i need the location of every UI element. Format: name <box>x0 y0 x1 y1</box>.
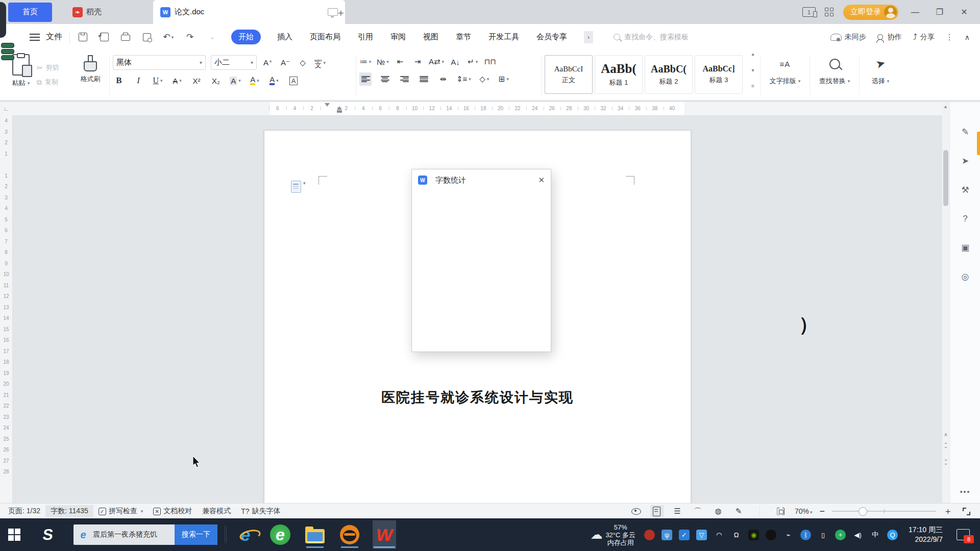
first-line-indent-marker[interactable] <box>325 103 330 107</box>
font-size-select[interactable]: 小二▾ <box>211 55 257 70</box>
missing-font-button[interactable]: T? 缺失字体 <box>236 505 285 517</box>
quick-access-more-icon[interactable]: ⌄ <box>207 32 218 43</box>
increase-indent-button[interactable]: ⇥ <box>411 55 424 68</box>
align-center-button[interactable] <box>379 72 391 86</box>
sidebar-more-icon[interactable]: ••• <box>950 488 980 496</box>
next-page-button[interactable]: ⌄ ⌄ <box>944 457 948 465</box>
read-mode-icon[interactable]: ⌒ <box>691 505 704 517</box>
ribbon-tab[interactable]: 引用 <box>357 30 374 44</box>
taskbar-search-box[interactable]: e 震后第一夜杀猪充饥 搜索一下 <box>74 524 217 545</box>
help-icon[interactable]: ? <box>963 214 967 224</box>
font-family-select[interactable]: 黑体▾ <box>113 55 206 70</box>
tray-nvidia-icon[interactable]: ◉ <box>748 530 759 540</box>
tray-safety-icon[interactable]: ＋ <box>835 530 846 540</box>
sync-status[interactable]: 未同步 <box>830 33 866 42</box>
save-icon[interactable] <box>77 32 88 43</box>
notification-center-icon[interactable]: 8 <box>957 529 970 540</box>
tray-shield-check-icon[interactable]: ✓ <box>679 530 690 540</box>
format-painter-button[interactable]: 格式刷 <box>75 50 106 100</box>
left-indent-marker[interactable] <box>337 110 342 113</box>
tray-wifi-icon[interactable]: ◠ <box>714 530 724 540</box>
ribbon-tab[interactable]: 开始 <box>231 30 261 44</box>
style-cell[interactable]: AaBbCcI 正文 <box>545 55 593 94</box>
page-view-icon[interactable] <box>650 505 664 517</box>
taskbar-search-button[interactable]: 搜索一下 <box>175 524 217 545</box>
wrap-mark-button[interactable]: ↵▾ <box>467 55 479 68</box>
more-tabs-button[interactable]: › <box>584 31 593 43</box>
export-pdf-icon[interactable] <box>99 32 110 43</box>
borders-button[interactable]: ⊞▾ <box>498 72 510 86</box>
char-scale-button[interactable]: A⇄▾ <box>429 55 444 68</box>
highlight-button[interactable]: A▾ <box>249 74 261 87</box>
redo-button[interactable]: ↷ <box>184 32 195 43</box>
justify-button[interactable] <box>418 72 430 86</box>
collaborate-button[interactable]: 协作 <box>877 33 902 42</box>
clear-format-button[interactable]: ◇ <box>297 56 309 69</box>
font-color-button[interactable]: A▾ <box>268 74 280 87</box>
spell-check-button[interactable]: ✓ 拼写检查 ▾ <box>93 505 149 517</box>
eye-protect-icon[interactable] <box>630 505 643 517</box>
tray-pc-manager-icon[interactable]: ▽ <box>696 530 707 540</box>
numbered-list-button[interactable]: №▾ <box>377 55 389 68</box>
style-cell[interactable]: AaBb( 标题 1 <box>595 55 643 94</box>
previous-page-button[interactable]: ⌃ ⌃ <box>944 443 948 451</box>
tab-stop-selector[interactable]: ∟ <box>0 102 13 116</box>
grow-font-button[interactable]: A⁺ <box>262 56 274 69</box>
ribbon-tab[interactable]: 会员专享 <box>535 30 568 44</box>
start-button[interactable] <box>8 529 20 541</box>
styles-scroll-up-icon[interactable]: ▴ <box>751 51 754 57</box>
print-preview-icon[interactable] <box>141 32 153 43</box>
zoom-out-button[interactable]: − <box>819 506 825 517</box>
navigation-icon[interactable]: ◎ <box>962 271 969 282</box>
tray-notify-bell-icon[interactable]: Ω <box>731 530 742 540</box>
tray-ime-icon[interactable]: 中 <box>870 530 880 540</box>
text-direction-button[interactable]: A↓ <box>449 55 461 68</box>
compat-mode-indicator[interactable]: 兼容模式 <box>197 505 236 517</box>
horizontal-ruler[interactable]: 642246810121416182022242628303234363840 <box>12 102 943 116</box>
styles-scroll-down-icon[interactable]: ▾ <box>751 67 754 73</box>
undo-button[interactable]: ↶▾ <box>163 32 174 43</box>
device-sync-icon[interactable]: 1 <box>802 7 816 17</box>
word-count-indicator[interactable]: 字数: 11435 <box>45 505 93 517</box>
web-view-icon[interactable]: ◍ <box>712 505 725 517</box>
adjust-tools-icon[interactable]: ⚒ <box>961 185 969 195</box>
weather-memory-widget[interactable]: ☁ 57% 32°C 多云 内存占用 <box>590 523 635 546</box>
share-button[interactable]: ⤴ 分享 <box>913 33 935 42</box>
proofread-button[interactable]: ✕ 文档校对 <box>148 505 197 517</box>
pinyin-guide-button[interactable]: wén文 ▾ <box>314 56 326 69</box>
select-button[interactable]: ➤ 选择▾ <box>863 50 898 100</box>
zoom-slider-thumb[interactable] <box>859 507 867 516</box>
outline-view-icon[interactable]: ☰ <box>671 505 684 517</box>
screen-edge-widget[interactable] <box>0 2 6 38</box>
taskbar-ie-icon[interactable]: e <box>234 520 257 549</box>
page-indicator[interactable]: 页面: 1/32 <box>3 505 45 517</box>
dialog-close-icon[interactable]: ✕ <box>538 176 545 185</box>
tray-bluetooth-icon[interactable]: ᛒ <box>800 530 811 540</box>
tray-qbrowser-icon[interactable]: Q <box>887 530 898 540</box>
file-menu[interactable]: 文件 <box>46 32 62 42</box>
distributed-align-button[interactable]: ⇹ <box>437 72 449 86</box>
ribbon-tab[interactable]: 插入 <box>276 30 293 44</box>
vertical-scrollbar[interactable]: ▲ ∧ ⌃ ⌃ ⌄ ⌄ <box>942 102 949 503</box>
command-search[interactable]: 查找命令、搜索模板 <box>614 33 689 42</box>
ink-pen-icon[interactable]: ✎ <box>732 505 745 517</box>
tray-qq-icon[interactable] <box>766 530 776 540</box>
superscript-button[interactable]: X² <box>190 74 203 87</box>
bullet-list-button[interactable]: ≔▾ <box>359 55 372 68</box>
select-arrow-icon[interactable]: ➤ <box>962 156 969 166</box>
tab-document[interactable]: W 论文.doc <box>153 0 345 24</box>
ribbon-tab[interactable]: 开发工具 <box>487 30 520 44</box>
hanging-indent-marker[interactable] <box>337 106 342 110</box>
style-cell[interactable]: AaBbCc] 标题 3 <box>695 55 743 94</box>
scroll-up-icon[interactable]: ▲ <box>943 104 948 109</box>
ribbon-tab[interactable]: 审阅 <box>389 30 407 44</box>
apps-grid-icon[interactable] <box>825 8 834 17</box>
sogou-pinwheel-icon[interactable]: S <box>42 526 55 543</box>
ribbon-tab[interactable]: 页面布局 <box>309 30 341 44</box>
style-cell[interactable]: AaBbC( 标题 2 <box>645 55 693 94</box>
close-button[interactable]: ✕ <box>957 7 972 17</box>
document-title-text[interactable]: 医院挂号就诊系统设计与实现 <box>264 388 691 407</box>
minimize-button[interactable]: — <box>908 8 923 17</box>
fullscreen-icon[interactable] <box>960 505 973 517</box>
new-tab-button[interactable]: ＋ <box>336 6 346 19</box>
